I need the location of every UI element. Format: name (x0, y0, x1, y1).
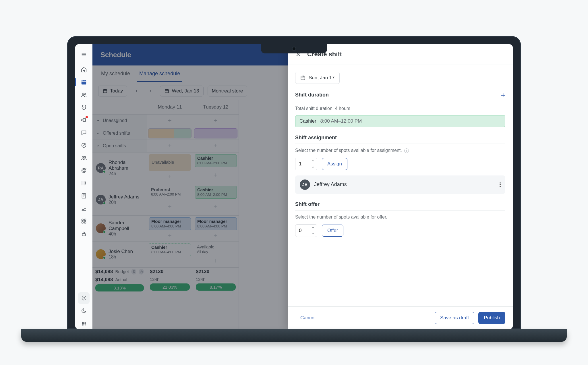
nav-library[interactable] (78, 177, 90, 189)
offer-count-stepper[interactable] (295, 224, 317, 237)
nav-reports[interactable] (78, 203, 90, 214)
svg-point-22 (85, 323, 85, 324)
theme-light[interactable] (78, 292, 90, 304)
stepper-down[interactable] (309, 231, 317, 237)
svg-point-7 (84, 156, 86, 158)
duration-slot[interactable]: Cashier 8:00 AM–12:00 PM (295, 115, 505, 127)
nav-chat[interactable] (78, 127, 90, 138)
svg-point-23 (82, 325, 83, 325)
assignee-name: Jeffrey Adams (314, 181, 347, 188)
assignment-count-input[interactable] (295, 161, 309, 167)
svg-point-6 (82, 156, 84, 158)
nav-announce[interactable] (78, 114, 90, 126)
svg-point-1 (82, 93, 84, 94)
save-draft-button[interactable]: Save as draft (435, 312, 474, 324)
offer-desc: Select the number of spots available for… (295, 215, 505, 220)
svg-rect-0 (81, 80, 86, 84)
nav-more[interactable] (78, 318, 90, 329)
nav-timesheet[interactable] (78, 190, 90, 202)
nav-schedule[interactable] (78, 76, 90, 88)
theme-dark[interactable] (78, 305, 90, 316)
svg-point-20 (82, 323, 83, 324)
svg-point-18 (83, 322, 84, 322)
stepper-up[interactable] (309, 158, 317, 164)
assignment-count-stepper[interactable] (295, 158, 317, 170)
svg-point-2 (84, 93, 86, 95)
nav-rail (75, 44, 92, 329)
add-duration-button[interactable]: + (501, 91, 505, 99)
offer-count-input[interactable] (295, 228, 309, 233)
svg-point-19 (85, 322, 85, 322)
nav-lock[interactable] (78, 228, 90, 240)
svg-point-17 (82, 322, 83, 322)
nav-people[interactable] (78, 152, 90, 164)
assign-button[interactable]: Assign (322, 158, 347, 170)
shift-date-picker[interactable]: Sun, Jan 17 (295, 72, 340, 84)
assignee-row: JA Jeffrey Adams (295, 175, 505, 194)
create-shift-panel: Create shift Sun, Jan 17 Shift duration … (288, 44, 513, 329)
svg-point-9 (83, 169, 85, 171)
svg-point-21 (83, 323, 84, 324)
svg-rect-15 (82, 233, 85, 236)
info-icon[interactable]: i (404, 148, 409, 153)
stepper-up[interactable] (309, 224, 317, 231)
svg-point-5 (84, 145, 84, 146)
section-title-assignment: Shift assignment (295, 135, 337, 141)
stepper-down[interactable] (309, 164, 317, 170)
nav-alarm[interactable] (78, 102, 90, 113)
menu-button[interactable] (78, 49, 90, 60)
svg-rect-28 (301, 76, 305, 80)
assignee-avatar: JA (300, 179, 310, 190)
nav-home[interactable] (78, 64, 90, 75)
assignment-desc: Select the number of spots available for… (295, 148, 505, 153)
svg-rect-12 (84, 219, 86, 221)
section-title-duration: Shift duration (295, 92, 329, 98)
duration-total: Total shift duration: 4 hours (295, 106, 505, 111)
nav-integrations[interactable] (78, 215, 90, 227)
offer-button[interactable]: Offer (322, 225, 343, 237)
svg-point-24 (83, 325, 84, 325)
publish-button[interactable]: Publish (478, 312, 505, 324)
nav-goals[interactable] (78, 165, 90, 176)
kebab-icon[interactable] (500, 182, 501, 187)
nav-team[interactable] (78, 89, 90, 101)
svg-rect-14 (84, 221, 86, 223)
svg-rect-13 (82, 221, 83, 223)
svg-rect-11 (82, 219, 83, 221)
section-title-offer: Shift offer (295, 201, 320, 207)
svg-point-25 (85, 325, 85, 325)
svg-point-8 (82, 168, 86, 173)
svg-point-16 (83, 297, 85, 299)
nav-target[interactable] (78, 140, 90, 151)
cancel-button[interactable]: Cancel (295, 312, 321, 324)
